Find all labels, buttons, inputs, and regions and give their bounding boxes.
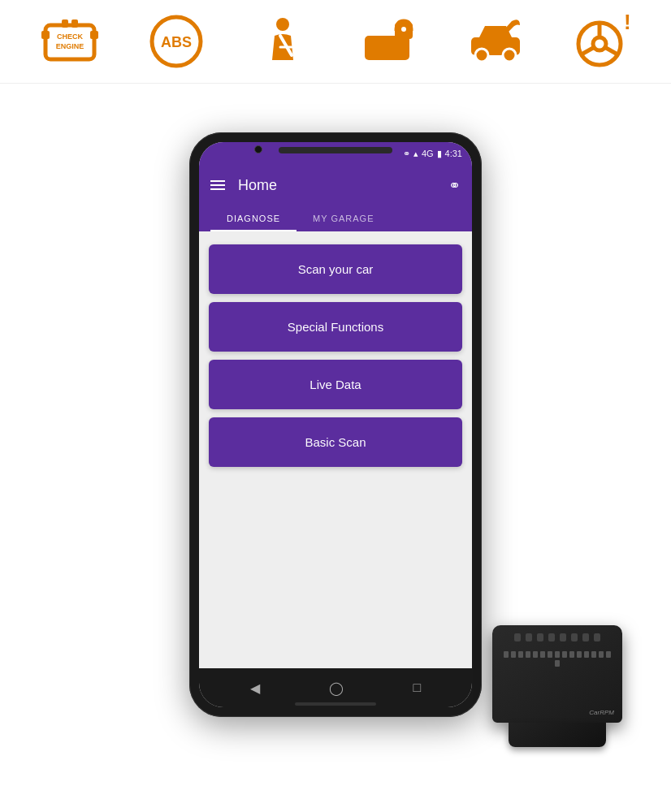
svg-text:!: ! xyxy=(624,13,630,34)
obd-pin xyxy=(599,651,604,658)
phone-nav: ◀ ◯ □ xyxy=(199,668,472,707)
obd-pin xyxy=(577,651,582,658)
icon-bar: CHECK ENGINE ABS xyxy=(0,0,671,84)
svg-rect-6 xyxy=(71,19,78,28)
svg-point-19 xyxy=(593,37,606,50)
home-button[interactable]: ◯ xyxy=(329,680,344,696)
obd-pin xyxy=(555,660,560,667)
battery-status: ▮ xyxy=(437,149,442,159)
svg-point-17 xyxy=(503,49,516,62)
obd-pin xyxy=(526,651,530,658)
obd-pin xyxy=(594,633,600,641)
bluetooth-status: ⚭ xyxy=(403,149,410,159)
obd-pin xyxy=(548,651,552,658)
obd-pin xyxy=(606,651,611,658)
recents-button[interactable]: □ xyxy=(413,680,422,695)
obd-pin xyxy=(514,633,521,641)
status-bar: ⚭ ▴ 4G ▮ 4:31 xyxy=(199,142,472,165)
svg-rect-5 xyxy=(62,19,68,28)
bluetooth-icon[interactable]: ⚭ xyxy=(448,176,461,194)
main-content: ⚭ ▴ 4G ▮ 4:31 Home ⚭ xyxy=(0,84,671,812)
screen-body: Scan your car Special Functions Live Dat… xyxy=(199,231,472,668)
svg-text:CHECK: CHECK xyxy=(56,32,83,41)
svg-point-14 xyxy=(401,27,406,32)
svg-rect-3 xyxy=(41,31,50,39)
obd-pin xyxy=(584,651,589,658)
obd-pin xyxy=(504,651,509,658)
svg-point-16 xyxy=(475,49,488,62)
app-title: Home xyxy=(238,177,448,194)
svg-text:ABS: ABS xyxy=(160,34,191,50)
obd-pin xyxy=(569,651,574,658)
phone-bottom-bar xyxy=(295,702,376,706)
obd-pin xyxy=(511,651,516,658)
obd-pin xyxy=(555,651,560,658)
seatbelt-icon-item xyxy=(254,13,311,70)
tab-my-garage[interactable]: MY GARAGE xyxy=(297,205,390,231)
phone-mockup: ⚭ ▴ 4G ▮ 4:31 Home ⚭ xyxy=(189,132,482,717)
obd-label: CarRPM xyxy=(589,709,614,716)
phone-speaker xyxy=(279,147,392,153)
obd-pin xyxy=(562,651,567,658)
phone-screen: ⚭ ▴ 4G ▮ 4:31 Home ⚭ xyxy=(199,142,472,707)
obd-connector xyxy=(509,723,606,747)
scan-car-button[interactable]: Scan your car xyxy=(209,244,462,294)
abs-icon-item: ABS xyxy=(148,13,205,70)
obd-pin xyxy=(533,651,538,658)
check-engine-icon-item: CHECK ENGINE xyxy=(41,13,98,70)
door-lock-icon-item xyxy=(361,13,418,70)
tabs-container: DIAGNOSE MY GARAGE xyxy=(199,205,472,231)
svg-point-9 xyxy=(276,18,289,31)
obd-device: CarRPM xyxy=(484,625,630,747)
obd-pin xyxy=(518,651,523,658)
basic-scan-button[interactable]: Basic Scan xyxy=(209,417,462,467)
svg-rect-12 xyxy=(365,36,409,60)
obd-pin xyxy=(537,633,543,641)
obd-pin xyxy=(582,633,589,641)
wifi-status: ▴ xyxy=(413,149,418,159)
special-functions-button[interactable]: Special Functions xyxy=(209,302,462,352)
back-button[interactable]: ◀ xyxy=(250,680,260,696)
obd-pin xyxy=(591,651,596,658)
svg-rect-4 xyxy=(90,31,98,39)
live-data-button[interactable]: Live Data xyxy=(209,360,462,409)
obd-pin xyxy=(548,633,555,641)
menu-icon[interactable] xyxy=(210,180,225,190)
obd-pin xyxy=(571,633,578,641)
obd-pin xyxy=(560,633,566,641)
phone-camera xyxy=(254,145,262,153)
signal-status: 4G xyxy=(422,149,434,158)
svg-text:ENGINE: ENGINE xyxy=(55,42,84,50)
steering-warning-icon-item: ! xyxy=(574,13,630,70)
tab-diagnose[interactable]: DIAGNOSE xyxy=(210,205,297,231)
car-service-icon-item xyxy=(467,13,524,70)
app-header: Home ⚭ xyxy=(199,165,472,205)
obd-pin xyxy=(540,651,545,658)
time-display: 4:31 xyxy=(445,149,462,158)
obd-pin xyxy=(526,633,532,641)
